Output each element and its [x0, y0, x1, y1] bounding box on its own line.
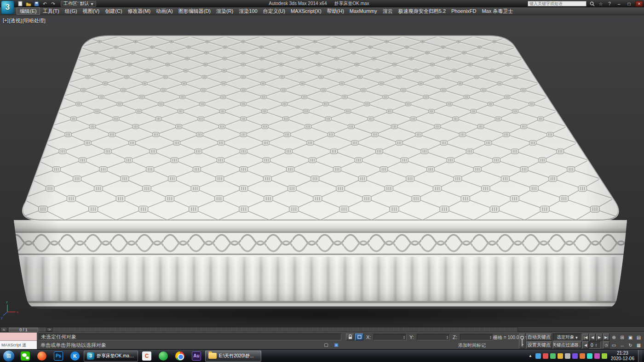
coord-z-field[interactable]: ▲▼ [460, 334, 493, 340]
menu-customize[interactable]: 自定义(U) [260, 7, 288, 15]
viewport-shading-menu[interactable]: [明暗处理] [23, 17, 46, 24]
maxscript-mini-listener[interactable]: MAXScript 迷 [0, 333, 37, 350]
menu-maxmummy[interactable]: MaxMummy [347, 7, 380, 15]
selection-set-dropdown[interactable]: 选定对象 ▾ [553, 334, 581, 341]
infocenter: ☆ ? – □ × [528, 0, 643, 7]
browser-icon[interactable] [34, 351, 50, 362]
isolate-selection-icon[interactable]: ▢ [322, 341, 330, 348]
previous-frame-button[interactable]: ◀ [589, 334, 596, 341]
set-keys-big-key-button[interactable] [519, 334, 525, 349]
workspace-dropdown[interactable]: 工作区: 默认 ▾ [61, 1, 96, 7]
redo-icon[interactable]: ↷ [50, 1, 57, 7]
wechat-icon[interactable] [17, 351, 33, 362]
zoom-all-icon[interactable]: ⊞ [618, 334, 626, 341]
time-slider-track[interactable]: 0 / 1 > [8, 327, 518, 332]
macro-recorder-line[interactable] [0, 333, 37, 341]
folder-task-button[interactable]: E:\天竹2020\舒... [205, 351, 261, 362]
frame-spinner[interactable]: ▲▼ [594, 343, 598, 347]
application-menu-button[interactable]: 3 [1, 0, 14, 14]
menu-help[interactable]: 帮助(H) [324, 7, 347, 15]
tray-icon-7[interactable] [580, 353, 585, 359]
coord-x-field[interactable]: ▲▼ [374, 334, 407, 340]
maximize-viewport-icon[interactable]: ▦ [635, 341, 643, 349]
menu-antivirus[interactable]: Max 杀毒卫士 [479, 7, 516, 15]
menu-archive-plugin[interactable]: 极速瘦身安全归档5.2 [396, 7, 448, 15]
coord-x-spinner[interactable]: ▲▼ [402, 335, 406, 339]
audition-icon[interactable]: Au [189, 351, 204, 362]
listener-line[interactable]: MAXScript 迷 [0, 341, 37, 350]
menu-views[interactable]: 视图(V) [80, 7, 103, 15]
add-time-tag[interactable]: 添加时间标记 [458, 342, 486, 349]
menu-phoenixfd[interactable]: PhoenixFD [448, 7, 479, 15]
tray-icon-3[interactable] [550, 353, 556, 359]
go-to-start-button[interactable]: |◀ [582, 334, 589, 341]
save-file-icon[interactable] [33, 1, 40, 7]
menu-tools[interactable]: 工具(T) [40, 7, 62, 15]
tray-icon-6[interactable] [572, 353, 578, 359]
coord-z-spinner[interactable]: ▲▼ [489, 335, 493, 339]
current-frame-field[interactable]: 0 ▲▼ [589, 341, 601, 349]
play-button[interactable]: ▶ [596, 334, 603, 341]
new-scene-icon[interactable] [17, 1, 23, 7]
next-frame-nudge-button[interactable]: > [46, 328, 52, 332]
show-desktop-button[interactable] [638, 350, 642, 362]
zoom-extents-icon[interactable]: ▣ [627, 334, 634, 341]
absolute-offset-mode-icon[interactable] [355, 334, 363, 340]
help-icon[interactable]: ? [606, 1, 613, 7]
time-slider-thumb[interactable]: 0 / 1 [9, 328, 38, 332]
menu-graph-editors[interactable]: 图形编辑器(D) [176, 7, 213, 15]
tray-icon-10[interactable] [602, 353, 607, 359]
go-to-end-button[interactable]: ▶| [603, 334, 610, 341]
selection-lock-icon[interactable] [346, 334, 354, 340]
menu-create[interactable]: 创建(C) [102, 7, 125, 15]
undo-icon[interactable]: ↶ [41, 1, 48, 7]
menu-animation[interactable]: 动画(A) [153, 7, 176, 15]
search-icon[interactable] [589, 1, 595, 7]
display-toggle-icon[interactable]: ▣ [332, 341, 340, 348]
menu-group[interactable]: 组(G) [62, 7, 80, 15]
viewport-pov-menu[interactable]: [透视] [9, 17, 22, 24]
tray-icon-2[interactable] [543, 353, 548, 359]
tray-icon-5[interactable] [565, 353, 570, 359]
pan-icon[interactable]: ↔ [618, 341, 626, 349]
restore-button[interactable]: □ [625, 1, 633, 7]
chrome-icon[interactable] [172, 351, 188, 362]
tray-icon-8[interactable] [587, 353, 592, 359]
zoom-extents-all-icon[interactable]: ▤ [635, 334, 643, 341]
favorites-icon[interactable]: ☆ [598, 1, 604, 7]
perspective-viewport[interactable]: x z y [+] [透视] [明暗处理] [0, 15, 644, 326]
tray-icon-1[interactable] [535, 353, 541, 359]
c-app-icon[interactable]: C [139, 351, 155, 362]
hidden-icons-arrow[interactable]: ▲ [527, 354, 534, 358]
menu-modifiers[interactable]: 修改器(M) [125, 7, 154, 15]
auto-key-button[interactable]: 自动关键点 [526, 334, 552, 341]
photoshop-icon[interactable]: Ps [51, 351, 66, 362]
menu-rendercloud[interactable]: 渲云 [380, 7, 396, 15]
coord-y-field[interactable]: ▲▼ [417, 334, 450, 340]
menu-render100[interactable]: 渲染100 [236, 7, 260, 15]
open-file-icon[interactable] [25, 1, 32, 7]
menu-edit[interactable]: 编辑(E) [17, 7, 40, 15]
green-app-icon[interactable] [155, 351, 171, 362]
previous-key-button[interactable]: ◀ [582, 341, 589, 349]
max-task-button[interactable]: 3 舒享床垫OK.max... [84, 351, 138, 362]
zoom-region-icon[interactable]: ▭ [610, 341, 618, 349]
orbit-icon[interactable]: ↻ [627, 341, 634, 349]
search-input[interactable] [528, 1, 586, 6]
menu-maxscript[interactable]: MAXScript(X) [288, 7, 324, 15]
k-app-icon[interactable]: K [67, 351, 83, 362]
taskbar-clock[interactable]: 21:23 2020-12-06 [611, 351, 634, 362]
zoom-icon[interactable]: ⊕ [610, 334, 618, 341]
start-button[interactable]: ⊞ [3, 350, 15, 362]
key-filters-button[interactable]: 关键点过滤器... [553, 341, 581, 349]
minimize-button[interactable]: – [615, 1, 623, 7]
tray-icon-9[interactable] [594, 353, 600, 359]
tray-icon-4[interactable] [558, 353, 563, 359]
mini-curve-editor-button[interactable]: ≈ [0, 327, 7, 332]
viewport-general-menu[interactable]: [+] [3, 17, 9, 24]
close-button[interactable]: × [635, 1, 643, 7]
set-key-button[interactable]: 设置关键点 [526, 341, 552, 349]
coord-y-spinner[interactable]: ▲▼ [445, 335, 449, 339]
time-configuration-button[interactable]: ◷ [603, 341, 610, 349]
menu-rendering[interactable]: 渲染(R) [213, 7, 236, 15]
